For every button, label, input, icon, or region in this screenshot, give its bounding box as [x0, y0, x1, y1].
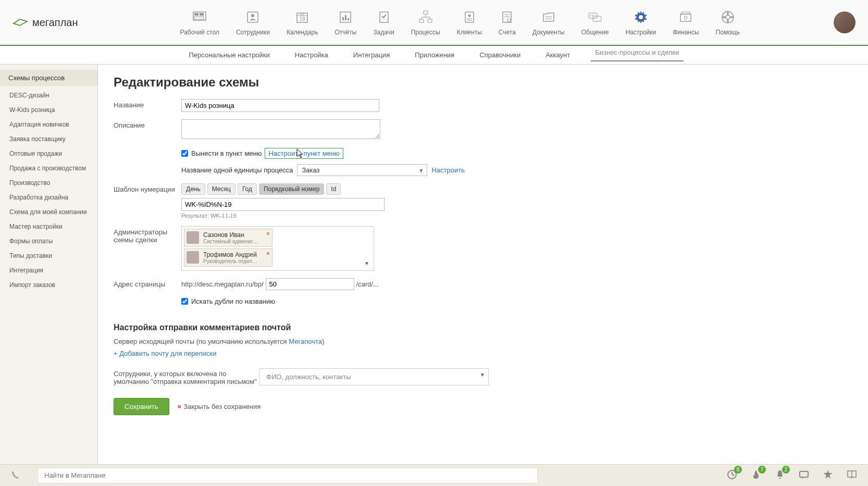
- cancel-button[interactable]: × Закрыть без сохранения: [178, 403, 261, 410]
- svg-point-5: [251, 14, 254, 17]
- numbering-result: Результат: WK-11-19: [181, 213, 515, 219]
- sidebar-item-wizard[interactable]: Мастер настройки: [0, 219, 97, 234]
- numbering-input[interactable]: [181, 198, 385, 211]
- fire-icon[interactable]: 7: [750, 469, 762, 482]
- chip-id[interactable]: Id: [326, 183, 341, 195]
- nav-settings[interactable]: Настройки: [617, 9, 664, 36]
- badge: 8: [734, 466, 742, 473]
- megamail-link[interactable]: Мегапочта: [289, 338, 322, 345]
- nav-clients[interactable]: Клиенты: [449, 9, 490, 36]
- sidebar-item-company[interactable]: Схема для моей компании: [0, 205, 97, 219]
- logo[interactable]: мегаплан: [13, 17, 78, 29]
- accounts-icon: [499, 9, 515, 26]
- sidebar-item-design[interactable]: Разработка дизайна: [0, 190, 97, 205]
- chevron-down-icon[interactable]: ▼: [364, 260, 369, 266]
- subnav-directories[interactable]: Справочники: [475, 51, 525, 59]
- sidebar-item-desc[interactable]: DESC-дизайн: [0, 88, 97, 103]
- dupes-checkbox[interactable]: [181, 298, 188, 305]
- sidebar-item-wkids[interactable]: W-Kids розница: [0, 103, 97, 117]
- search-input[interactable]: [38, 468, 537, 482]
- admin-role: Руководитель отдела пр...: [203, 258, 259, 264]
- subnav: Персональные настройки Настройка Интегра…: [0, 46, 868, 65]
- sidebar-item-delivery[interactable]: Типы доставки: [0, 248, 97, 263]
- message-icon[interactable]: [798, 469, 810, 482]
- desc-label: Описание: [114, 119, 181, 129]
- user-avatar[interactable]: [834, 11, 855, 33]
- subnav-personal[interactable]: Персональные настройки: [184, 51, 274, 59]
- sidebar: Схемы процессов DESC-дизайн W-Kids розни…: [0, 65, 98, 464]
- chip-month[interactable]: Месяц: [207, 183, 235, 195]
- chip-seq[interactable]: Порядковый номер: [259, 183, 324, 195]
- svg-point-29: [507, 19, 511, 22]
- clock-icon[interactable]: 8: [726, 469, 738, 482]
- svg-rect-2: [200, 13, 204, 16]
- reports-icon: [337, 9, 354, 26]
- sidebar-item-import[interactable]: Импорт заказов: [0, 278, 97, 292]
- admin-name: Сазонов Иван: [203, 231, 259, 239]
- nav-desktop[interactable]: Рабочий стол: [172, 9, 228, 36]
- employees-select[interactable]: ФИО, должность, контакты ▼: [259, 368, 489, 385]
- chat-icon: [587, 9, 603, 26]
- unit-select[interactable]: Заказ▼: [297, 164, 427, 176]
- admins-box[interactable]: Сазонов Иван Системный администратор × Т…: [181, 226, 374, 271]
- global-search[interactable]: [38, 468, 538, 483]
- subnav-bp-deals[interactable]: Бизнес-процессы и сделки: [591, 48, 683, 61]
- logo-icon: [13, 17, 28, 28]
- url-input[interactable]: [266, 278, 354, 290]
- svg-rect-13: [348, 18, 349, 20]
- calendar-icon: 19апр: [294, 9, 311, 26]
- svg-point-37: [639, 15, 643, 19]
- nav-tasks[interactable]: Задачи: [365, 9, 402, 36]
- nav-help[interactable]: Помощь: [708, 9, 748, 36]
- nav-communication[interactable]: Общение: [573, 9, 617, 36]
- sidebar-group-schemes[interactable]: Схемы процессов: [0, 70, 97, 86]
- subnav-account[interactable]: Аккаунт: [541, 51, 574, 59]
- sidebar-item-payment[interactable]: Формы оплаты: [0, 234, 97, 248]
- svg-point-35: [592, 15, 593, 16]
- sidebar-item-wholesale[interactable]: Оптовые продажи: [0, 146, 97, 161]
- mail-server-text: Сервер исходящей почты (по умолчанию исп…: [114, 338, 852, 345]
- nav-processes[interactable]: Процессы: [403, 9, 449, 36]
- subnav-apps[interactable]: Приложения: [411, 51, 458, 59]
- sidebar-item-supplier[interactable]: Заявка поставщику: [0, 132, 97, 146]
- svg-point-34: [590, 15, 591, 16]
- nav-documents[interactable]: Документы: [524, 9, 573, 36]
- svg-rect-50: [800, 471, 808, 477]
- nav-reports[interactable]: Отчёты: [326, 9, 365, 36]
- chip-day[interactable]: День: [181, 183, 205, 195]
- menu-checkbox-label: Вынести в пункт меню: [191, 149, 262, 157]
- chip-year[interactable]: Год: [238, 183, 257, 195]
- svg-rect-17: [428, 19, 432, 22]
- bell-icon[interactable]: 2: [774, 469, 786, 482]
- chevron-down-icon: ▼: [480, 372, 485, 378]
- subnav-integration[interactable]: Интеграция: [349, 51, 394, 59]
- sidebar-item-adapt[interactable]: Адаптация новичков: [0, 117, 97, 132]
- remove-admin-icon[interactable]: ×: [266, 230, 270, 238]
- star-icon[interactable]: [822, 469, 834, 482]
- tasks-icon: [376, 9, 392, 26]
- nav-finance[interactable]: Финансы: [664, 9, 707, 36]
- remove-admin-icon[interactable]: ×: [266, 250, 270, 257]
- menu-config-link[interactable]: Настроить пункт меню: [265, 148, 343, 159]
- phone-icon[interactable]: [10, 469, 21, 481]
- nav-accounts[interactable]: Счета: [490, 9, 524, 36]
- add-mail-link[interactable]: + Добавить почту для переписки: [114, 350, 852, 357]
- sidebar-item-integration[interactable]: Интеграция: [0, 263, 97, 278]
- nav-calendar[interactable]: 19апрКалендарь: [278, 9, 327, 36]
- svg-rect-1: [194, 13, 199, 16]
- menu-checkbox[interactable]: [181, 150, 188, 157]
- subnav-setup[interactable]: Настройка: [291, 51, 332, 59]
- page-title: Редактирование схемы: [114, 75, 852, 90]
- sidebar-item-prodsale[interactable]: Продажа с производством: [0, 161, 97, 176]
- desc-textarea[interactable]: [181, 119, 380, 139]
- sidebar-item-production[interactable]: Производство: [0, 176, 97, 190]
- name-input[interactable]: [181, 99, 379, 112]
- nav-employees[interactable]: Сотрудники: [228, 9, 278, 36]
- save-button[interactable]: Сохранить: [114, 398, 169, 415]
- unit-config-link[interactable]: Настроить: [431, 166, 465, 174]
- svg-rect-16: [419, 19, 424, 22]
- dupes-label: Искать дубли по названию: [191, 297, 275, 305]
- book-icon[interactable]: [846, 469, 858, 482]
- svg-rect-26: [503, 12, 511, 22]
- avatar-icon: [187, 251, 199, 264]
